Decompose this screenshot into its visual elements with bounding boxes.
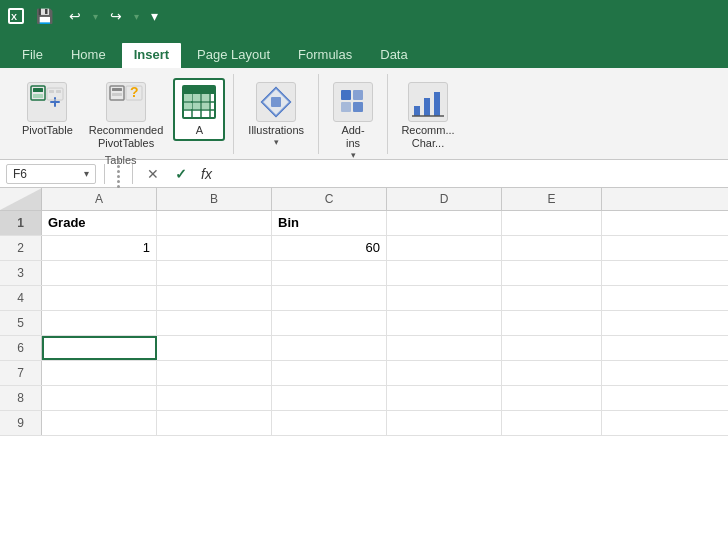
name-box[interactable]: F6 ▾ — [6, 164, 96, 184]
spreadsheet-area: A B C D E 1 Grade Bin 2 1 60 3 4 — [0, 188, 728, 436]
svg-rect-12 — [112, 93, 122, 96]
svg-rect-9 — [56, 95, 61, 98]
cell-b3[interactable] — [157, 261, 272, 285]
cell-d7[interactable] — [387, 361, 502, 385]
cell-b8[interactable] — [157, 386, 272, 410]
cell-e5[interactable] — [502, 311, 602, 335]
table-row: 4 — [0, 286, 728, 311]
addins-button[interactable]: Add-ins ▾ — [327, 78, 379, 164]
illustrations-label: Illustrations — [248, 124, 304, 137]
tab-pagelayout[interactable]: Page Layout — [183, 41, 284, 68]
confirm-formula-button[interactable]: ✓ — [169, 167, 193, 181]
cell-c3[interactable] — [272, 261, 387, 285]
cell-c6[interactable] — [272, 336, 387, 360]
cell-a5[interactable] — [42, 311, 157, 335]
cell-a4[interactable] — [42, 286, 157, 310]
svg-rect-26 — [193, 103, 200, 109]
cell-e1[interactable] — [502, 211, 602, 235]
cell-c1[interactable]: Bin — [272, 211, 387, 235]
cell-c4[interactable] — [272, 286, 387, 310]
cell-c5[interactable] — [272, 311, 387, 335]
save-button[interactable]: 💾 — [32, 6, 57, 26]
svg-rect-36 — [414, 106, 420, 116]
illustrations-group: Illustrations ▾ — [234, 74, 319, 154]
cell-e8[interactable] — [502, 386, 602, 410]
tables-group: PivotTable ? RecommendedPivotTables — [8, 74, 234, 154]
cell-b9[interactable] — [157, 411, 272, 435]
col-header-b[interactable]: B — [157, 188, 272, 210]
col-header-a[interactable]: A — [42, 188, 157, 210]
recommended-charts-button[interactable]: Recomm...Char... — [395, 78, 460, 154]
cell-e9[interactable] — [502, 411, 602, 435]
cell-d6[interactable] — [387, 336, 502, 360]
addins-buttons: Add-ins ▾ — [327, 74, 379, 164]
cell-a1[interactable]: Grade — [42, 211, 157, 235]
cell-a7[interactable] — [42, 361, 157, 385]
svg-rect-28 — [202, 103, 209, 109]
table-button[interactable]: A — [173, 78, 225, 141]
cell-a3[interactable] — [42, 261, 157, 285]
illustrations-button[interactable]: Illustrations ▾ — [242, 78, 310, 151]
table-row: 1 Grade Bin — [0, 211, 728, 236]
excel-icon: X — [8, 8, 24, 24]
cell-b7[interactable] — [157, 361, 272, 385]
col-header-c[interactable]: C — [272, 188, 387, 210]
cell-e2[interactable] — [502, 236, 602, 260]
tab-data[interactable]: Data — [366, 41, 421, 68]
cell-a9[interactable] — [42, 411, 157, 435]
svg-text:X: X — [11, 12, 17, 22]
cell-a6[interactable] — [42, 336, 157, 360]
cell-b6[interactable] — [157, 336, 272, 360]
col-header-d[interactable]: D — [387, 188, 502, 210]
cell-a2[interactable]: 1 — [42, 236, 157, 260]
svg-rect-34 — [341, 102, 351, 112]
cell-d3[interactable] — [387, 261, 502, 285]
cell-d5[interactable] — [387, 311, 502, 335]
cell-b4[interactable] — [157, 286, 272, 310]
cell-c8[interactable] — [272, 386, 387, 410]
svg-rect-35 — [353, 102, 363, 112]
cell-b1[interactable] — [157, 211, 272, 235]
cell-d2[interactable] — [387, 236, 502, 260]
cancel-formula-button[interactable]: ✕ — [141, 167, 165, 181]
cell-d8[interactable] — [387, 386, 502, 410]
table-row: 2 1 60 — [0, 236, 728, 261]
svg-rect-4 — [33, 94, 43, 98]
cell-d4[interactable] — [387, 286, 502, 310]
pivottable-button[interactable]: PivotTable — [16, 78, 79, 141]
tab-home[interactable]: Home — [57, 41, 120, 68]
table-row: 5 — [0, 311, 728, 336]
cell-d9[interactable] — [387, 411, 502, 435]
fx-label: fx — [197, 166, 212, 182]
name-box-value: F6 — [13, 167, 27, 181]
svg-rect-32 — [341, 90, 351, 100]
qat-dropdown[interactable]: ▾ — [147, 6, 162, 26]
cell-e4[interactable] — [502, 286, 602, 310]
tab-insert[interactable]: Insert — [120, 41, 183, 68]
cell-c7[interactable] — [272, 361, 387, 385]
ribbon-tabs: File Home Insert Page Layout Formulas Da… — [0, 32, 728, 68]
col-header-e[interactable]: E — [502, 188, 602, 210]
cell-c2[interactable]: 60 — [272, 236, 387, 260]
cell-d1[interactable] — [387, 211, 502, 235]
redo-button[interactable]: ↪ — [106, 6, 126, 26]
svg-text:?: ? — [130, 84, 139, 100]
tab-formulas[interactable]: Formulas — [284, 41, 366, 68]
cell-e7[interactable] — [502, 361, 602, 385]
tab-file[interactable]: File — [8, 41, 57, 68]
cell-b5[interactable] — [157, 311, 272, 335]
cell-c9[interactable] — [272, 411, 387, 435]
recommended-pivottables-button[interactable]: ? RecommendedPivotTables — [83, 78, 170, 154]
svg-rect-25 — [193, 94, 200, 101]
cell-b2[interactable] — [157, 236, 272, 260]
svg-rect-11 — [112, 88, 122, 91]
svg-rect-38 — [434, 92, 440, 116]
svg-marker-40 — [0, 188, 42, 210]
cell-a8[interactable] — [42, 386, 157, 410]
cell-e6[interactable] — [502, 336, 602, 360]
table-row: 3 — [0, 261, 728, 286]
row-number-3: 3 — [0, 261, 42, 285]
cell-e3[interactable] — [502, 261, 602, 285]
svg-rect-27 — [202, 94, 209, 101]
undo-button[interactable]: ↩ — [65, 6, 85, 26]
